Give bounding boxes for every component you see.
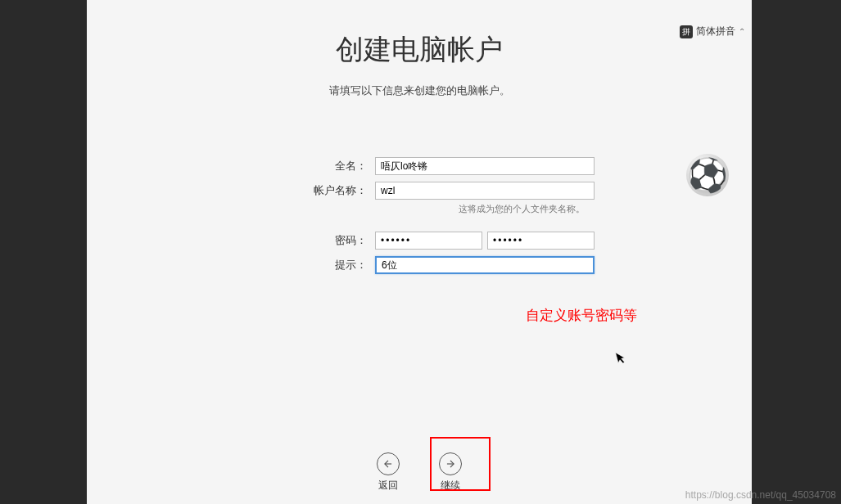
fullname-input[interactable]	[375, 157, 595, 175]
continue-label: 继续	[441, 479, 460, 493]
soccer-ball-icon: ⚽	[687, 159, 728, 191]
password-confirm-input[interactable]	[487, 232, 595, 250]
account-input[interactable]	[375, 182, 595, 200]
annotation-text: 自定义账号密码等	[526, 306, 637, 325]
page-title: 创建电脑帐户	[87, 31, 752, 69]
account-form: ⚽ 全名： 帐户名称： 这将成为您的个人文件夹名称。 密码： 提示：	[87, 157, 752, 281]
ime-badge-icon: 拼	[680, 25, 693, 38]
continue-button[interactable]: 继续	[439, 452, 462, 493]
hint-input[interactable]	[375, 256, 595, 274]
ime-indicator[interactable]: 拼 简体拼音 ⌃	[680, 25, 745, 38]
back-label: 返回	[378, 479, 398, 493]
account-label: 帐户名称：	[244, 183, 375, 198]
back-button[interactable]: 返回	[377, 452, 400, 493]
watermark: https://blog.csdn.net/qq_45034708	[685, 489, 836, 501]
ime-label: 简体拼音	[696, 25, 735, 38]
chevron-updown-icon: ⌃	[739, 27, 745, 36]
fullname-label: 全名：	[244, 159, 375, 173]
page-subtitle: 请填写以下信息来创建您的电脑帐户。	[87, 83, 752, 98]
account-hint: 这将成为您的个人文件夹名称。	[383, 203, 595, 215]
avatar[interactable]: ⚽	[686, 154, 729, 196]
arrow-right-icon	[439, 452, 462, 475]
password-label: 密码：	[244, 233, 375, 248]
hint-label: 提示：	[244, 258, 375, 272]
bottom-nav: 返回 继续	[87, 440, 752, 504]
password-input[interactable]	[375, 232, 482, 250]
arrow-left-icon	[377, 452, 400, 475]
setup-window: 拼 简体拼音 ⌃ 创建电脑帐户 请填写以下信息来创建您的电脑帐户。 ⚽ 全名： …	[87, 0, 752, 504]
